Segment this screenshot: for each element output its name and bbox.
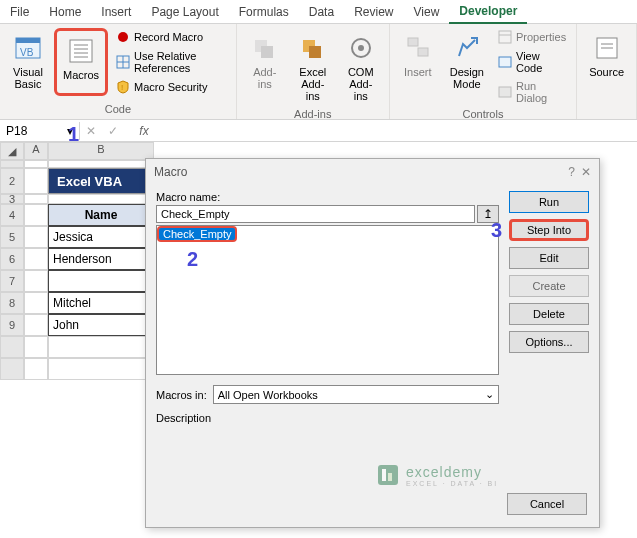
cell-a3[interactable] [24, 194, 48, 204]
help-icon[interactable]: ? [568, 165, 575, 179]
cell-a1[interactable] [24, 160, 48, 168]
tab-review[interactable]: Review [344, 1, 403, 23]
col-header-a[interactable]: A [24, 142, 48, 160]
formula-cancel-icon[interactable]: ✕ [80, 124, 102, 138]
cell-a8[interactable] [24, 292, 48, 314]
cell-b11[interactable] [48, 358, 154, 380]
shield-icon: ! [116, 80, 130, 94]
cell-b6[interactable]: Henderson [48, 248, 154, 270]
cell-b9[interactable]: John [48, 314, 154, 336]
cell-b10[interactable] [48, 336, 154, 358]
row-header-3[interactable]: 3 [0, 194, 24, 204]
macro-list[interactable]: Check_Empty 2 [156, 225, 499, 375]
ribbon-group-controls: Insert Design Mode Properties View Code … [390, 24, 577, 119]
formula-check-icon[interactable]: ✓ [102, 124, 124, 138]
header-name[interactable]: Name [48, 204, 154, 226]
source-button[interactable]: Source [583, 28, 630, 82]
svg-rect-19 [408, 38, 418, 46]
svg-rect-21 [499, 31, 511, 43]
design-mode-icon [451, 32, 483, 64]
macros-in-value: All Open Workbooks [218, 389, 318, 401]
svg-rect-29 [382, 469, 386, 481]
tab-insert[interactable]: Insert [91, 1, 141, 23]
properties-button[interactable]: Properties [494, 28, 570, 46]
view-code-button[interactable]: View Code [494, 48, 570, 76]
options-button[interactable]: Options... [509, 331, 589, 353]
svg-rect-23 [499, 57, 511, 67]
cell-b5[interactable]: Jessica [48, 226, 154, 248]
group-title-code: Code [6, 101, 230, 115]
com-addins-label: COM Add-ins [345, 66, 377, 102]
fx-icon[interactable]: fx [124, 124, 164, 138]
title-cell[interactable]: Excel VBA [48, 168, 154, 194]
properties-icon [498, 30, 512, 44]
cell-b3[interactable] [48, 194, 154, 204]
group-title-controls: Controls [396, 106, 570, 120]
close-icon[interactable]: ✕ [581, 165, 591, 179]
select-all-corner[interactable]: ◢ [0, 142, 24, 160]
tab-home[interactable]: Home [39, 1, 91, 23]
design-mode-button[interactable]: Design Mode [444, 28, 490, 106]
row-header-8[interactable]: 8 [0, 292, 24, 314]
run-button[interactable]: Run [509, 191, 589, 213]
excel-addins-button[interactable]: Excel Add-ins [291, 28, 335, 106]
cell-a7[interactable] [24, 270, 48, 292]
tab-page-layout[interactable]: Page Layout [141, 1, 228, 23]
cell-b1[interactable] [48, 160, 154, 168]
ribbon-group-code: VB Visual Basic Macros Record Macro Use … [0, 24, 237, 119]
cell-a11[interactable] [24, 358, 48, 380]
row-header-10[interactable] [0, 336, 24, 358]
svg-rect-3 [70, 40, 92, 62]
row-header-7[interactable]: 7 [0, 270, 24, 292]
excel-addins-icon [297, 32, 329, 64]
row-header-9[interactable]: 9 [0, 314, 24, 336]
record-macro-button[interactable]: Record Macro [112, 28, 230, 46]
cell-a10[interactable] [24, 336, 48, 358]
cancel-button[interactable]: Cancel [507, 493, 587, 515]
insert-control-button[interactable]: Insert [396, 28, 440, 106]
tab-file[interactable]: File [0, 1, 39, 23]
formula-bar: P18 ▾ ✕ ✓ fx [0, 120, 637, 142]
use-relative-button[interactable]: Use Relative References [112, 48, 230, 76]
addins-button[interactable]: Add- ins [243, 28, 287, 106]
edit-button[interactable]: Edit [509, 247, 589, 269]
macro-name-input[interactable] [156, 205, 475, 223]
row-header-2[interactable]: 2 [0, 168, 24, 194]
row-header-6[interactable]: 6 [0, 248, 24, 270]
create-button[interactable]: Create [509, 275, 589, 297]
cell-a4[interactable] [24, 204, 48, 226]
com-addins-icon [345, 32, 377, 64]
cell-b7[interactable] [48, 270, 154, 292]
cell-a5[interactable] [24, 226, 48, 248]
cell-a2[interactable] [24, 168, 48, 194]
cell-a9[interactable] [24, 314, 48, 336]
row-header-4[interactable]: 4 [0, 204, 24, 226]
com-addins-button[interactable]: COM Add-ins [339, 28, 383, 106]
step-into-button[interactable]: Step Into [509, 219, 589, 241]
tab-data[interactable]: Data [299, 1, 344, 23]
macro-list-item[interactable]: Check_Empty [157, 226, 237, 242]
run-dialog-button[interactable]: Run Dialog [494, 78, 570, 106]
tab-view[interactable]: View [404, 1, 450, 23]
svg-point-18 [358, 45, 364, 51]
cell-b8[interactable]: Mitchel [48, 292, 154, 314]
delete-button[interactable]: Delete [509, 303, 589, 325]
svg-text:!: ! [121, 83, 123, 92]
macro-security-button[interactable]: ! Macro Security [112, 78, 230, 96]
macros-button[interactable]: Macros [54, 28, 108, 96]
row-header-5[interactable]: 5 [0, 226, 24, 248]
run-dialog-icon [498, 85, 512, 99]
dialog-titlebar[interactable]: Macro ? ✕ [146, 159, 599, 185]
description-label: Description [156, 412, 499, 424]
ribbon-group-addins: Add- ins Excel Add-ins COM Add-ins Add-i… [237, 24, 390, 119]
row-header-1[interactable] [0, 160, 24, 168]
visual-basic-button[interactable]: VB Visual Basic [6, 28, 50, 96]
tab-formulas[interactable]: Formulas [229, 1, 299, 23]
cell-a6[interactable] [24, 248, 48, 270]
col-header-b[interactable]: B [48, 142, 154, 160]
use-relative-label: Use Relative References [134, 50, 226, 74]
svg-rect-16 [309, 46, 321, 58]
tab-developer[interactable]: Developer [449, 0, 527, 24]
macros-in-select[interactable]: All Open Workbooks ⌄ [213, 385, 499, 404]
row-header-11[interactable] [0, 358, 24, 380]
